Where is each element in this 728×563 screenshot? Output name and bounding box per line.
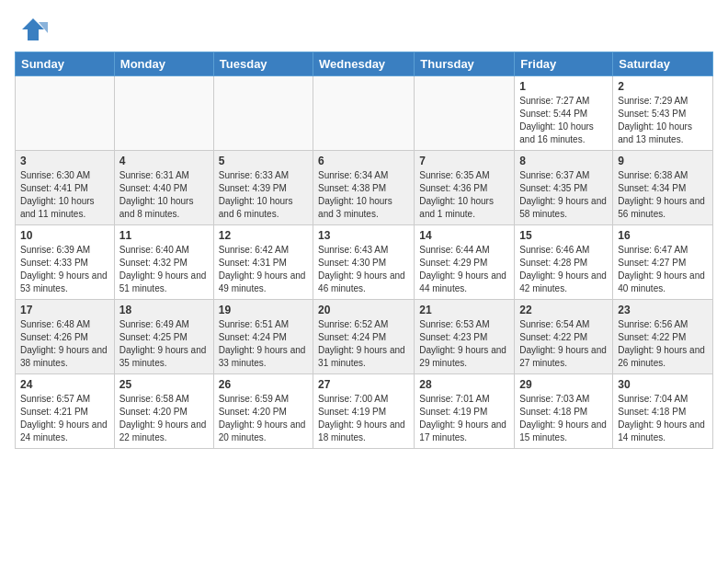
day-info: Sunrise: 6:52 AM Sunset: 4:24 PM Dayligh… (318, 318, 409, 370)
day-info: Sunrise: 6:40 AM Sunset: 4:32 PM Dayligh… (119, 244, 209, 295)
day-info: Sunrise: 6:53 AM Sunset: 4:23 PM Dayligh… (419, 318, 509, 370)
day-number: 6 (318, 155, 409, 167)
calendar: SundayMondayTuesdayWednesdayThursdayFrid… (15, 52, 713, 449)
day-info: Sunrise: 6:59 AM Sunset: 4:20 PM Dayligh… (219, 393, 308, 444)
logo-icon (18, 15, 48, 44)
day-number: 12 (219, 229, 308, 242)
col-header-wednesday: Wednesday (313, 52, 415, 76)
day-number: 27 (318, 378, 409, 391)
day-number: 17 (20, 304, 109, 316)
day-cell (16, 76, 115, 151)
col-header-thursday: Thursday (415, 52, 515, 76)
day-cell: 12Sunrise: 6:42 AM Sunset: 4:31 PM Dayli… (213, 225, 313, 300)
day-number: 26 (219, 378, 308, 391)
day-info: Sunrise: 6:48 AM Sunset: 4:26 PM Dayligh… (20, 318, 109, 370)
day-cell: 8Sunrise: 6:37 AM Sunset: 4:35 PM Daylig… (515, 151, 613, 225)
day-info: Sunrise: 7:01 AM Sunset: 4:19 PM Dayligh… (419, 393, 509, 444)
day-info: Sunrise: 6:49 AM Sunset: 4:25 PM Dayligh… (119, 318, 209, 370)
day-info: Sunrise: 6:38 AM Sunset: 4:34 PM Dayligh… (618, 169, 708, 221)
day-cell: 5Sunrise: 6:33 AM Sunset: 4:39 PM Daylig… (213, 151, 313, 225)
day-info: Sunrise: 6:39 AM Sunset: 4:33 PM Dayligh… (20, 244, 109, 295)
day-cell (114, 76, 213, 151)
col-header-monday: Monday (114, 52, 213, 76)
day-number: 7 (419, 155, 509, 167)
day-number: 16 (618, 229, 708, 242)
day-number: 29 (519, 378, 608, 391)
day-info: Sunrise: 6:42 AM Sunset: 4:31 PM Dayligh… (219, 244, 308, 295)
day-cell: 4Sunrise: 6:31 AM Sunset: 4:40 PM Daylig… (114, 151, 213, 225)
day-cell: 20Sunrise: 6:52 AM Sunset: 4:24 PM Dayli… (313, 300, 415, 374)
day-info: Sunrise: 6:37 AM Sunset: 4:35 PM Dayligh… (519, 169, 608, 221)
day-cell (415, 76, 515, 151)
logo (18, 15, 48, 44)
day-cell: 19Sunrise: 6:51 AM Sunset: 4:24 PM Dayli… (213, 300, 313, 374)
day-number: 28 (419, 378, 509, 391)
day-info: Sunrise: 7:00 AM Sunset: 4:19 PM Dayligh… (318, 393, 409, 444)
header-row: SundayMondayTuesdayWednesdayThursdayFrid… (16, 52, 713, 76)
day-number: 14 (419, 229, 509, 242)
day-number: 21 (419, 304, 509, 316)
day-cell: 14Sunrise: 6:44 AM Sunset: 4:29 PM Dayli… (415, 225, 515, 300)
week-row-0: 1Sunrise: 7:27 AM Sunset: 5:44 PM Daylig… (16, 76, 713, 151)
day-info: Sunrise: 6:35 AM Sunset: 4:36 PM Dayligh… (419, 169, 509, 221)
day-info: Sunrise: 6:31 AM Sunset: 4:40 PM Dayligh… (119, 169, 209, 221)
day-cell: 1Sunrise: 7:27 AM Sunset: 5:44 PM Daylig… (515, 76, 613, 151)
day-cell: 17Sunrise: 6:48 AM Sunset: 4:26 PM Dayli… (16, 300, 115, 374)
week-row-1: 3Sunrise: 6:30 AM Sunset: 4:41 PM Daylig… (16, 151, 713, 225)
day-number: 11 (119, 229, 209, 242)
day-cell: 2Sunrise: 7:29 AM Sunset: 5:43 PM Daylig… (613, 76, 713, 151)
day-cell: 23Sunrise: 6:56 AM Sunset: 4:22 PM Dayli… (613, 300, 713, 374)
day-cell: 21Sunrise: 6:53 AM Sunset: 4:23 PM Dayli… (415, 300, 515, 374)
day-number: 24 (20, 378, 109, 391)
day-number: 18 (119, 304, 209, 316)
day-info: Sunrise: 6:58 AM Sunset: 4:20 PM Dayligh… (119, 393, 209, 444)
day-info: Sunrise: 6:33 AM Sunset: 4:39 PM Dayligh… (219, 169, 308, 221)
week-row-4: 24Sunrise: 6:57 AM Sunset: 4:21 PM Dayli… (16, 374, 713, 449)
day-cell (213, 76, 313, 151)
col-header-saturday: Saturday (613, 52, 713, 76)
day-cell: 29Sunrise: 7:03 AM Sunset: 4:18 PM Dayli… (515, 374, 613, 449)
day-cell: 30Sunrise: 7:04 AM Sunset: 4:18 PM Dayli… (613, 374, 713, 449)
week-row-2: 10Sunrise: 6:39 AM Sunset: 4:33 PM Dayli… (16, 225, 713, 300)
day-number: 22 (519, 304, 608, 316)
day-cell: 25Sunrise: 6:58 AM Sunset: 4:20 PM Dayli… (114, 374, 213, 449)
day-info: Sunrise: 6:44 AM Sunset: 4:29 PM Dayligh… (419, 244, 509, 295)
day-cell: 11Sunrise: 6:40 AM Sunset: 4:32 PM Dayli… (114, 225, 213, 300)
day-number: 20 (318, 304, 409, 316)
day-number: 10 (20, 229, 109, 242)
day-number: 3 (20, 155, 109, 167)
day-cell: 15Sunrise: 6:46 AM Sunset: 4:28 PM Dayli… (515, 225, 613, 300)
day-number: 15 (519, 229, 608, 242)
day-number: 8 (519, 155, 608, 167)
day-cell: 27Sunrise: 7:00 AM Sunset: 4:19 PM Dayli… (313, 374, 415, 449)
day-info: Sunrise: 6:43 AM Sunset: 4:30 PM Dayligh… (318, 244, 409, 295)
day-info: Sunrise: 7:03 AM Sunset: 4:18 PM Dayligh… (519, 393, 608, 444)
day-cell: 9Sunrise: 6:38 AM Sunset: 4:34 PM Daylig… (613, 151, 713, 225)
day-cell: 7Sunrise: 6:35 AM Sunset: 4:36 PM Daylig… (415, 151, 515, 225)
day-number: 25 (119, 378, 209, 391)
day-number: 23 (618, 304, 708, 316)
day-info: Sunrise: 7:04 AM Sunset: 4:18 PM Dayligh… (618, 393, 708, 444)
day-number: 2 (618, 80, 708, 93)
day-info: Sunrise: 6:30 AM Sunset: 4:41 PM Dayligh… (20, 169, 109, 221)
day-info: Sunrise: 6:57 AM Sunset: 4:21 PM Dayligh… (20, 393, 109, 444)
day-info: Sunrise: 7:27 AM Sunset: 5:44 PM Dayligh… (519, 95, 608, 146)
day-number: 9 (618, 155, 708, 167)
day-cell: 10Sunrise: 6:39 AM Sunset: 4:33 PM Dayli… (16, 225, 115, 300)
day-number: 30 (618, 378, 708, 391)
day-cell: 13Sunrise: 6:43 AM Sunset: 4:30 PM Dayli… (313, 225, 415, 300)
header (0, 0, 728, 52)
day-info: Sunrise: 6:56 AM Sunset: 4:22 PM Dayligh… (618, 318, 708, 370)
day-cell: 3Sunrise: 6:30 AM Sunset: 4:41 PM Daylig… (16, 151, 115, 225)
day-cell: 24Sunrise: 6:57 AM Sunset: 4:21 PM Dayli… (16, 374, 115, 449)
day-info: Sunrise: 6:51 AM Sunset: 4:24 PM Dayligh… (219, 318, 308, 370)
day-info: Sunrise: 6:47 AM Sunset: 4:27 PM Dayligh… (618, 244, 708, 295)
day-cell: 22Sunrise: 6:54 AM Sunset: 4:22 PM Dayli… (515, 300, 613, 374)
day-info: Sunrise: 7:29 AM Sunset: 5:43 PM Dayligh… (618, 95, 708, 146)
day-cell: 28Sunrise: 7:01 AM Sunset: 4:19 PM Dayli… (415, 374, 515, 449)
day-number: 19 (219, 304, 308, 316)
col-header-tuesday: Tuesday (213, 52, 313, 76)
col-header-sunday: Sunday (16, 52, 115, 76)
week-row-3: 17Sunrise: 6:48 AM Sunset: 4:26 PM Dayli… (16, 300, 713, 374)
day-number: 4 (119, 155, 209, 167)
